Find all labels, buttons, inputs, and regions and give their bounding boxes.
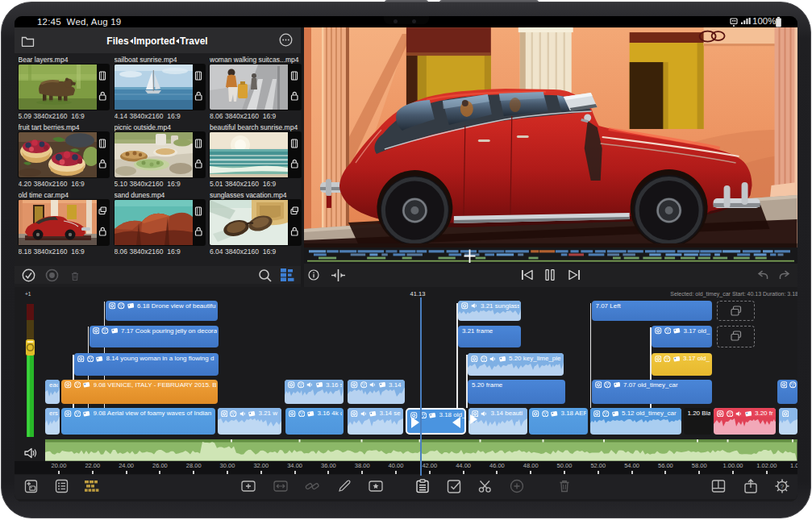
- svg-text:?: ?: [781, 483, 785, 490]
